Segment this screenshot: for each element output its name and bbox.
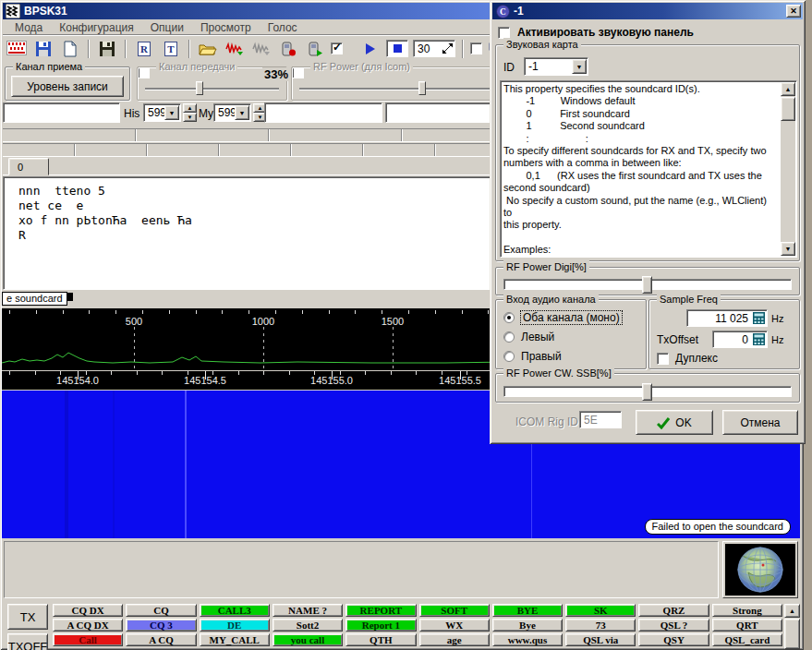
macro-button[interactable]: 73 — [565, 619, 636, 632]
macro-button[interactable]: Bye — [492, 619, 563, 632]
macro-button[interactable]: MY_CALL — [200, 633, 270, 646]
macro-button[interactable]: Report 1 — [345, 619, 416, 632]
rx-tab-0[interactable]: 0 — [8, 158, 49, 175]
name-input[interactable] — [264, 102, 382, 123]
macro-button[interactable]: REPORT — [345, 604, 416, 617]
menu-item[interactable]: Просмотр — [193, 20, 259, 35]
soundcard-help-box[interactable]: This property specifies the soundcard ID… — [500, 80, 797, 258]
macro-scroll-up[interactable]: ▲ — [784, 604, 800, 618]
record-sound-icon[interactable] — [277, 39, 299, 59]
close-icon[interactable]: ✕ — [786, 5, 801, 18]
toolbar-checkbox-unchecked[interactable] — [470, 42, 482, 54]
rf-power-cw-slider[interactable] — [503, 386, 792, 397]
radio-both-channels[interactable]: Оба канала (моно) — [503, 311, 622, 324]
macro-button[interactable]: DE — [200, 619, 270, 632]
new-doc-icon[interactable] — [59, 39, 81, 59]
macro-button[interactable]: QSL_card — [712, 633, 782, 646]
rx-log-icon[interactable]: R — [133, 39, 155, 59]
his-rst-dropdown[interactable]: ▼ — [164, 105, 179, 120]
rf-power-digi-thumb[interactable] — [642, 276, 652, 294]
macro-button[interactable]: age — [419, 633, 490, 646]
txoff-button[interactable]: TXOFF — [7, 633, 48, 650]
spin-down[interactable]: ▼ — [183, 113, 197, 122]
macro-button[interactable]: SK — [565, 604, 636, 617]
macro-button[interactable]: QTH — [345, 633, 416, 646]
macro-button[interactable]: BYE — [492, 604, 563, 617]
radio-icon[interactable] — [503, 312, 515, 323]
calculator-icon[interactable] — [753, 333, 765, 345]
macro-button[interactable]: Call — [53, 633, 123, 646]
duplex-row[interactable]: Дуплекс — [657, 352, 718, 365]
macro-button[interactable]: you call — [273, 633, 343, 646]
macro-button[interactable]: QSL via — [565, 633, 636, 646]
macro-button[interactable]: SOFT — [419, 604, 490, 617]
toolbar-checkbox-checked[interactable] — [331, 42, 343, 54]
rf-power-cw-thumb[interactable] — [642, 383, 652, 401]
ok-button[interactable]: OK — [636, 410, 713, 435]
scroll-thumb[interactable] — [781, 97, 795, 121]
macro-button[interactable]: QRT — [712, 619, 782, 632]
radio-icon[interactable] — [503, 331, 515, 343]
qth-input[interactable] — [385, 102, 491, 123]
rf-power-digi-slider[interactable] — [503, 279, 792, 290]
radio-left-channel[interactable]: Левый — [503, 331, 554, 343]
save-icon[interactable] — [32, 39, 55, 59]
calculator-icon[interactable] — [753, 312, 765, 324]
macro-button[interactable]: CQ DX — [53, 604, 123, 617]
help-scrollbar[interactable]: ▲ ▼ — [781, 82, 795, 256]
macro-scrollbar[interactable]: ▲ — [784, 604, 800, 650]
scroll-down-icon[interactable]: ▼ — [781, 242, 795, 256]
macro-button[interactable]: QRZ — [638, 604, 709, 617]
sample-freq-input[interactable]: 11 025 — [686, 309, 768, 327]
waveform-gray-icon[interactable] — [250, 39, 273, 59]
radio-icon[interactable] — [503, 351, 515, 362]
macro-button[interactable]: A CQ — [126, 633, 196, 646]
macro-button[interactable]: QSY — [638, 633, 709, 646]
callsign-input[interactable] — [3, 102, 120, 123]
macro-scroll-track[interactable] — [784, 619, 800, 649]
spin-up[interactable]: ▲ — [183, 103, 197, 113]
scroll-up-icon[interactable]: ▲ — [781, 82, 795, 96]
duplex-checkbox[interactable] — [657, 353, 669, 365]
my-rst-combo[interactable]: 599 ▼ — [213, 103, 251, 122]
play-icon[interactable] — [359, 39, 382, 59]
macro-button[interactable]: Strong — [712, 604, 782, 617]
macro-button[interactable]: WX — [419, 619, 490, 632]
cancel-button[interactable]: Отмена — [722, 410, 798, 435]
rf-power-slider-thumb[interactable] — [418, 81, 426, 95]
macro-button[interactable]: www.qus — [492, 633, 563, 646]
record-level-button[interactable]: Уровень записи — [11, 76, 124, 97]
stop-icon[interactable] — [386, 40, 408, 57]
txoffset-input[interactable]: 0 — [712, 331, 768, 348]
speed-spinner[interactable]: 30 — [413, 40, 455, 57]
open-folder-icon[interactable] — [197, 39, 219, 59]
macro-button[interactable]: A CQ DX — [53, 619, 123, 632]
dialog-titlebar[interactable]: C -1 ✕ — [492, 3, 803, 19]
menu-item[interactable]: Голос — [261, 20, 305, 35]
activate-sound-panel-checkbox[interactable] — [498, 27, 510, 39]
macro-button[interactable]: Sott2 — [273, 619, 343, 632]
menu-item[interactable]: Мода — [7, 20, 50, 35]
menu-item[interactable]: Конфигурация — [52, 20, 141, 35]
tx-level-slider[interactable] — [145, 88, 279, 90]
macro-button[interactable]: NAME ? — [273, 604, 343, 617]
radio-right-channel[interactable]: Правый — [503, 350, 562, 363]
menu-item[interactable]: Опции — [143, 20, 191, 35]
tx-log-icon[interactable]: T — [160, 39, 182, 59]
rf-power-slider[interactable] — [299, 88, 491, 90]
macro-button[interactable]: QSL ? — [638, 619, 709, 632]
save-black-icon[interactable] — [96, 39, 118, 59]
play-sound-icon[interactable] — [304, 39, 326, 59]
macro-button[interactable]: CQ 3 — [126, 619, 196, 632]
vari-icon[interactable] — [6, 39, 28, 59]
my-rst-dropdown[interactable]: ▼ — [235, 105, 249, 120]
soundcard-id-dropdown[interactable]: ▼ — [572, 59, 587, 74]
macro-button[interactable]: CQ — [126, 604, 196, 617]
soundcard-id-combo[interactable]: -1 ▼ — [524, 57, 588, 76]
his-rst-spinner[interactable]: ▲▼ — [183, 103, 197, 122]
macro-button[interactable]: CALL3 — [200, 604, 270, 617]
tx-level-slider-thumb[interactable] — [196, 81, 203, 95]
his-rst-combo[interactable]: 599 ▼ — [143, 103, 181, 122]
waveform-red-icon[interactable] — [224, 39, 246, 59]
icom-rig-id-input[interactable]: 5E — [579, 411, 622, 428]
